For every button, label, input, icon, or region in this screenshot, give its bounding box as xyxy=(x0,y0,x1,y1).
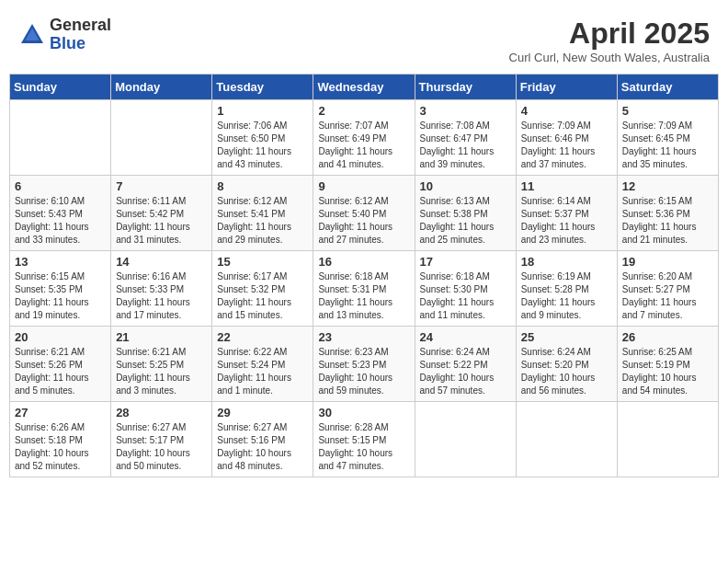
day-number: 8 xyxy=(217,179,308,193)
cell-details: Sunrise: 7:08 AMSunset: 6:47 PMDaylight:… xyxy=(420,120,511,171)
cell-details: Sunrise: 6:23 AMSunset: 5:23 PMDaylight:… xyxy=(318,346,409,397)
day-number: 3 xyxy=(420,104,511,118)
calendar-cell: 29Sunrise: 6:27 AMSunset: 5:16 PMDayligh… xyxy=(212,402,313,477)
day-number: 7 xyxy=(116,179,207,193)
day-number: 13 xyxy=(15,255,106,269)
cell-details: Sunrise: 6:24 AMSunset: 5:20 PMDaylight:… xyxy=(521,346,612,397)
day-number: 30 xyxy=(318,406,409,419)
day-number: 27 xyxy=(15,406,106,419)
calendar-cell xyxy=(111,100,212,176)
day-number: 21 xyxy=(116,330,207,344)
calendar-week-row: 27Sunrise: 6:26 AMSunset: 5:18 PMDayligh… xyxy=(10,402,719,477)
cell-details: Sunrise: 6:22 AMSunset: 5:24 PMDaylight:… xyxy=(217,346,308,397)
cell-details: Sunrise: 6:16 AMSunset: 5:33 PMDaylight:… xyxy=(116,270,207,322)
calendar-cell xyxy=(10,100,111,176)
calendar-cell: 2Sunrise: 7:07 AMSunset: 6:49 PMDaylight… xyxy=(313,100,415,176)
cell-details: Sunrise: 6:12 AMSunset: 5:40 PMDaylight:… xyxy=(318,195,409,247)
day-number: 29 xyxy=(217,406,308,419)
calendar-week-row: 6Sunrise: 6:10 AMSunset: 5:43 PMDaylight… xyxy=(10,176,719,251)
cell-details: Sunrise: 6:27 AMSunset: 5:17 PMDaylight:… xyxy=(116,421,207,473)
calendar-week-row: 13Sunrise: 6:15 AMSunset: 5:35 PMDayligh… xyxy=(10,251,719,327)
calendar-cell: 28Sunrise: 6:27 AMSunset: 5:17 PMDayligh… xyxy=(111,402,212,477)
calendar-cell: 17Sunrise: 6:18 AMSunset: 5:30 PMDayligh… xyxy=(415,251,516,327)
cell-details: Sunrise: 6:12 AMSunset: 5:41 PMDaylight:… xyxy=(217,195,308,247)
logo-blue-label: Blue xyxy=(50,35,111,53)
calendar-cell: 22Sunrise: 6:22 AMSunset: 5:24 PMDayligh… xyxy=(212,327,313,402)
day-number: 9 xyxy=(318,179,409,193)
day-number: 24 xyxy=(420,330,511,344)
day-number: 14 xyxy=(116,255,207,269)
calendar-week-row: 20Sunrise: 6:21 AMSunset: 5:26 PMDayligh… xyxy=(10,327,719,402)
calendar-cell: 6Sunrise: 6:10 AMSunset: 5:43 PMDaylight… xyxy=(10,176,111,251)
cell-details: Sunrise: 6:19 AMSunset: 5:28 PMDaylight:… xyxy=(521,270,612,322)
calendar-cell: 23Sunrise: 6:23 AMSunset: 5:23 PMDayligh… xyxy=(313,327,415,402)
calendar-cell: 11Sunrise: 6:14 AMSunset: 5:37 PMDayligh… xyxy=(516,176,617,251)
calendar-cell: 24Sunrise: 6:24 AMSunset: 5:22 PMDayligh… xyxy=(415,327,516,402)
day-number: 12 xyxy=(622,179,713,193)
cell-details: Sunrise: 7:09 AMSunset: 6:46 PMDaylight:… xyxy=(521,120,612,171)
day-number: 20 xyxy=(15,330,106,344)
day-number: 26 xyxy=(622,330,713,344)
calendar-cell: 20Sunrise: 6:21 AMSunset: 5:26 PMDayligh… xyxy=(10,327,111,402)
calendar-cell: 27Sunrise: 6:26 AMSunset: 5:18 PMDayligh… xyxy=(10,402,111,477)
calendar-cell: 25Sunrise: 6:24 AMSunset: 5:20 PMDayligh… xyxy=(516,327,617,402)
day-number: 4 xyxy=(521,104,612,118)
calendar-cell xyxy=(516,402,617,477)
cell-details: Sunrise: 6:25 AMSunset: 5:19 PMDaylight:… xyxy=(622,346,713,397)
day-number: 22 xyxy=(217,330,308,344)
cell-details: Sunrise: 6:21 AMSunset: 5:25 PMDaylight:… xyxy=(116,346,207,397)
cell-details: Sunrise: 6:10 AMSunset: 5:43 PMDaylight:… xyxy=(15,195,106,247)
cell-details: Sunrise: 6:28 AMSunset: 5:15 PMDaylight:… xyxy=(318,421,409,473)
day-number: 1 xyxy=(217,104,308,118)
cell-details: Sunrise: 6:15 AMSunset: 5:36 PMDaylight:… xyxy=(622,195,713,247)
weekday-header: Wednesday xyxy=(313,75,415,100)
day-number: 2 xyxy=(318,104,409,118)
calendar-cell: 26Sunrise: 6:25 AMSunset: 5:19 PMDayligh… xyxy=(617,327,718,402)
calendar-cell: 14Sunrise: 6:16 AMSunset: 5:33 PMDayligh… xyxy=(111,251,212,327)
calendar-table: SundayMondayTuesdayWednesdayThursdayFrid… xyxy=(9,74,719,477)
cell-details: Sunrise: 6:27 AMSunset: 5:16 PMDaylight:… xyxy=(217,421,308,473)
day-number: 19 xyxy=(622,255,713,269)
calendar-cell: 4Sunrise: 7:09 AMSunset: 6:46 PMDaylight… xyxy=(516,100,617,176)
cell-details: Sunrise: 6:13 AMSunset: 5:38 PMDaylight:… xyxy=(420,195,511,247)
cell-details: Sunrise: 7:07 AMSunset: 6:49 PMDaylight:… xyxy=(318,120,409,171)
day-number: 16 xyxy=(318,255,409,269)
location-subtitle: Curl Curl, New South Wales, Australia xyxy=(509,51,710,64)
calendar-cell: 1Sunrise: 7:06 AMSunset: 6:50 PMDaylight… xyxy=(212,100,313,176)
day-number: 6 xyxy=(15,179,106,193)
cell-details: Sunrise: 6:11 AMSunset: 5:42 PMDaylight:… xyxy=(116,195,207,247)
cell-details: Sunrise: 7:06 AMSunset: 6:50 PMDaylight:… xyxy=(217,120,308,171)
calendar-cell: 12Sunrise: 6:15 AMSunset: 5:36 PMDayligh… xyxy=(617,176,718,251)
title-block: April 2025 Curl Curl, New South Wales, A… xyxy=(509,17,710,64)
calendar-header-row: SundayMondayTuesdayWednesdayThursdayFrid… xyxy=(10,75,719,100)
day-number: 28 xyxy=(116,406,207,419)
weekday-header: Friday xyxy=(516,75,617,100)
calendar-cell: 15Sunrise: 6:17 AMSunset: 5:32 PMDayligh… xyxy=(212,251,313,327)
calendar-cell: 8Sunrise: 6:12 AMSunset: 5:41 PMDaylight… xyxy=(212,176,313,251)
calendar-cell: 16Sunrise: 6:18 AMSunset: 5:31 PMDayligh… xyxy=(313,251,415,327)
calendar-cell: 18Sunrise: 6:19 AMSunset: 5:28 PMDayligh… xyxy=(516,251,617,327)
cell-details: Sunrise: 6:20 AMSunset: 5:27 PMDaylight:… xyxy=(622,270,713,322)
calendar-cell: 10Sunrise: 6:13 AMSunset: 5:38 PMDayligh… xyxy=(415,176,516,251)
day-number: 10 xyxy=(420,179,511,193)
calendar-cell: 13Sunrise: 6:15 AMSunset: 5:35 PMDayligh… xyxy=(10,251,111,327)
day-number: 25 xyxy=(521,330,612,344)
logo-text: General Blue xyxy=(50,17,111,53)
calendar-week-row: 1Sunrise: 7:06 AMSunset: 6:50 PMDaylight… xyxy=(10,100,719,176)
cell-details: Sunrise: 6:15 AMSunset: 5:35 PMDaylight:… xyxy=(15,270,106,322)
logo-icon xyxy=(18,21,46,49)
cell-details: Sunrise: 6:18 AMSunset: 5:31 PMDaylight:… xyxy=(318,270,409,322)
cell-details: Sunrise: 6:18 AMSunset: 5:30 PMDaylight:… xyxy=(420,270,511,322)
calendar-cell: 5Sunrise: 7:09 AMSunset: 6:45 PMDaylight… xyxy=(617,100,718,176)
logo-general-label: General xyxy=(50,17,111,35)
calendar-cell: 19Sunrise: 6:20 AMSunset: 5:27 PMDayligh… xyxy=(617,251,718,327)
calendar-cell: 3Sunrise: 7:08 AMSunset: 6:47 PMDaylight… xyxy=(415,100,516,176)
weekday-header: Tuesday xyxy=(212,75,313,100)
cell-details: Sunrise: 7:09 AMSunset: 6:45 PMDaylight:… xyxy=(622,120,713,171)
calendar-cell: 21Sunrise: 6:21 AMSunset: 5:25 PMDayligh… xyxy=(111,327,212,402)
cell-details: Sunrise: 6:21 AMSunset: 5:26 PMDaylight:… xyxy=(15,346,106,397)
weekday-header: Thursday xyxy=(415,75,516,100)
cell-details: Sunrise: 6:17 AMSunset: 5:32 PMDaylight:… xyxy=(217,270,308,322)
weekday-header: Saturday xyxy=(617,75,718,100)
day-number: 23 xyxy=(318,330,409,344)
